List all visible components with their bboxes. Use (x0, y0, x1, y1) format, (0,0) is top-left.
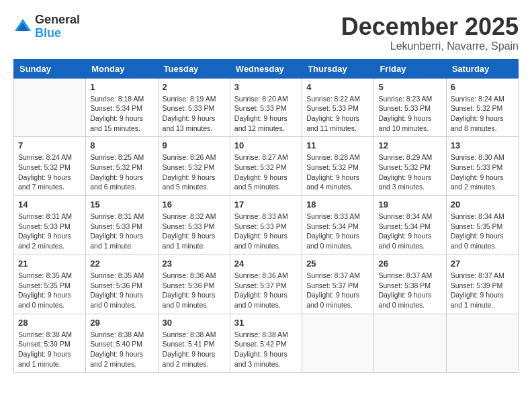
day-number: 26 (378, 259, 441, 269)
day-info: Sunrise: 8:34 AM Sunset: 5:35 PM Dayligh… (451, 212, 514, 251)
day-number: 29 (90, 318, 153, 328)
day-of-week-header: Sunday (14, 59, 86, 78)
calendar-day-cell: 14Sunrise: 8:31 AM Sunset: 5:33 PM Dayli… (14, 196, 86, 255)
day-info: Sunrise: 8:24 AM Sunset: 5:32 PM Dayligh… (18, 152, 81, 192)
day-info: Sunrise: 8:30 AM Sunset: 5:33 PM Dayligh… (451, 152, 514, 192)
calendar-day-cell: 18Sunrise: 8:33 AM Sunset: 5:34 PM Dayli… (302, 196, 374, 255)
day-number: 12 (378, 140, 441, 150)
logo-text: General Blue (35, 13, 80, 40)
day-info: Sunrise: 8:33 AM Sunset: 5:34 PM Dayligh… (306, 212, 369, 251)
calendar-day-cell: 25Sunrise: 8:37 AM Sunset: 5:37 PM Dayli… (302, 255, 374, 314)
calendar-day-cell: 8Sunrise: 8:25 AM Sunset: 5:32 PM Daylig… (86, 137, 158, 196)
day-number: 21 (18, 259, 81, 269)
day-number: 10 (234, 140, 298, 150)
logo: General Blue (13, 13, 80, 40)
calendar-day-cell: 12Sunrise: 8:29 AM Sunset: 5:32 PM Dayli… (374, 137, 446, 196)
day-info: Sunrise: 8:37 AM Sunset: 5:38 PM Dayligh… (378, 271, 441, 310)
day-info: Sunrise: 8:22 AM Sunset: 5:33 PM Dayligh… (306, 94, 369, 134)
calendar-day-cell: 10Sunrise: 8:27 AM Sunset: 5:32 PM Dayli… (230, 137, 302, 196)
title-block: December 2025 Lekunberri, Navarre, Spain (341, 13, 519, 52)
day-info: Sunrise: 8:18 AM Sunset: 5:34 PM Dayligh… (90, 94, 153, 134)
day-number: 23 (163, 259, 226, 269)
calendar-day-cell: 22Sunrise: 8:35 AM Sunset: 5:36 PM Dayli… (86, 255, 158, 314)
calendar-day-cell: 13Sunrise: 8:30 AM Sunset: 5:33 PM Dayli… (446, 137, 518, 196)
day-number: 2 (163, 82, 226, 92)
day-info: Sunrise: 8:32 AM Sunset: 5:33 PM Dayligh… (163, 212, 226, 251)
day-number: 24 (234, 259, 298, 269)
day-number: 20 (451, 199, 514, 210)
calendar-day-cell: 11Sunrise: 8:28 AM Sunset: 5:32 PM Dayli… (302, 137, 374, 196)
day-info: Sunrise: 8:23 AM Sunset: 5:33 PM Dayligh… (378, 94, 441, 134)
calendar-day-cell: 16Sunrise: 8:32 AM Sunset: 5:33 PM Dayli… (158, 196, 230, 255)
day-number: 15 (90, 199, 153, 210)
day-number: 14 (18, 199, 81, 210)
day-info: Sunrise: 8:25 AM Sunset: 5:32 PM Dayligh… (90, 152, 153, 192)
day-info: Sunrise: 8:28 AM Sunset: 5:32 PM Dayligh… (306, 152, 369, 192)
day-info: Sunrise: 8:37 AM Sunset: 5:37 PM Dayligh… (306, 271, 369, 310)
calendar-day-cell (302, 314, 374, 373)
day-number: 16 (163, 199, 226, 210)
calendar-day-cell: 21Sunrise: 8:35 AM Sunset: 5:35 PM Dayli… (14, 255, 86, 314)
calendar-day-cell: 29Sunrise: 8:38 AM Sunset: 5:40 PM Dayli… (86, 314, 158, 373)
calendar-week-row: 1Sunrise: 8:18 AM Sunset: 5:34 PM Daylig… (14, 78, 519, 137)
day-info: Sunrise: 8:38 AM Sunset: 5:42 PM Dayligh… (234, 330, 298, 369)
calendar-header-row: SundayMondayTuesdayWednesdayThursdayFrid… (14, 59, 519, 78)
day-info: Sunrise: 8:27 AM Sunset: 5:32 PM Dayligh… (234, 152, 298, 192)
day-info: Sunrise: 8:20 AM Sunset: 5:33 PM Dayligh… (234, 94, 298, 134)
day-number: 30 (163, 318, 226, 328)
location: Lekunberri, Navarre, Spain (341, 40, 519, 52)
calendar-day-cell (14, 78, 86, 137)
calendar-day-cell: 28Sunrise: 8:38 AM Sunset: 5:39 PM Dayli… (14, 314, 86, 373)
day-info: Sunrise: 8:37 AM Sunset: 5:39 PM Dayligh… (451, 271, 514, 310)
calendar-week-row: 7Sunrise: 8:24 AM Sunset: 5:32 PM Daylig… (14, 137, 519, 196)
day-of-week-header: Tuesday (158, 59, 230, 78)
calendar-week-row: 21Sunrise: 8:35 AM Sunset: 5:35 PM Dayli… (14, 255, 519, 314)
calendar-day-cell: 27Sunrise: 8:37 AM Sunset: 5:39 PM Dayli… (446, 255, 518, 314)
day-info: Sunrise: 8:33 AM Sunset: 5:33 PM Dayligh… (234, 212, 298, 251)
day-of-week-header: Monday (86, 59, 158, 78)
day-info: Sunrise: 8:26 AM Sunset: 5:32 PM Dayligh… (163, 152, 226, 192)
day-info: Sunrise: 8:31 AM Sunset: 5:33 PM Dayligh… (18, 212, 81, 251)
calendar-day-cell (446, 314, 518, 373)
calendar-day-cell: 15Sunrise: 8:31 AM Sunset: 5:33 PM Dayli… (86, 196, 158, 255)
month-title: December 2025 (341, 13, 519, 40)
day-number: 8 (90, 140, 153, 150)
day-of-week-header: Thursday (302, 59, 374, 78)
calendar-day-cell: 5Sunrise: 8:23 AM Sunset: 5:33 PM Daylig… (374, 78, 446, 137)
calendar-day-cell: 7Sunrise: 8:24 AM Sunset: 5:32 PM Daylig… (14, 137, 86, 196)
calendar-table: SundayMondayTuesdayWednesdayThursdayFrid… (13, 59, 519, 373)
calendar-day-cell: 4Sunrise: 8:22 AM Sunset: 5:33 PM Daylig… (302, 78, 374, 137)
day-number: 31 (234, 318, 298, 328)
day-number: 13 (451, 140, 514, 150)
day-info: Sunrise: 8:38 AM Sunset: 5:41 PM Dayligh… (163, 330, 226, 369)
day-number: 3 (234, 82, 298, 92)
calendar-day-cell: 31Sunrise: 8:38 AM Sunset: 5:42 PM Dayli… (230, 314, 302, 373)
calendar-day-cell: 23Sunrise: 8:36 AM Sunset: 5:36 PM Dayli… (158, 255, 230, 314)
day-number: 6 (451, 82, 514, 92)
day-number: 7 (18, 140, 81, 150)
day-number: 5 (378, 82, 441, 92)
day-number: 11 (306, 140, 369, 150)
logo-icon (13, 17, 32, 36)
calendar-week-row: 28Sunrise: 8:38 AM Sunset: 5:39 PM Dayli… (14, 314, 519, 373)
day-of-week-header: Wednesday (230, 59, 302, 78)
day-number: 27 (451, 259, 514, 269)
calendar-day-cell: 17Sunrise: 8:33 AM Sunset: 5:33 PM Dayli… (230, 196, 302, 255)
calendar-day-cell: 20Sunrise: 8:34 AM Sunset: 5:35 PM Dayli… (446, 196, 518, 255)
calendar-day-cell: 6Sunrise: 8:24 AM Sunset: 5:32 PM Daylig… (446, 78, 518, 137)
day-number: 1 (90, 82, 153, 92)
day-info: Sunrise: 8:24 AM Sunset: 5:32 PM Dayligh… (451, 94, 514, 134)
day-info: Sunrise: 8:38 AM Sunset: 5:39 PM Dayligh… (18, 330, 81, 369)
day-number: 25 (306, 259, 369, 269)
calendar-day-cell: 3Sunrise: 8:20 AM Sunset: 5:33 PM Daylig… (230, 78, 302, 137)
day-number: 4 (306, 82, 369, 92)
calendar-day-cell: 24Sunrise: 8:36 AM Sunset: 5:37 PM Dayli… (230, 255, 302, 314)
calendar-day-cell: 26Sunrise: 8:37 AM Sunset: 5:38 PM Dayli… (374, 255, 446, 314)
day-info: Sunrise: 8:35 AM Sunset: 5:36 PM Dayligh… (90, 271, 153, 310)
day-info: Sunrise: 8:34 AM Sunset: 5:34 PM Dayligh… (378, 212, 441, 251)
calendar-day-cell: 9Sunrise: 8:26 AM Sunset: 5:32 PM Daylig… (158, 137, 230, 196)
calendar-week-row: 14Sunrise: 8:31 AM Sunset: 5:33 PM Dayli… (14, 196, 519, 255)
day-number: 18 (306, 199, 369, 210)
day-of-week-header: Saturday (446, 59, 518, 78)
page-header: General Blue December 2025 Lekunberri, N… (13, 13, 519, 52)
